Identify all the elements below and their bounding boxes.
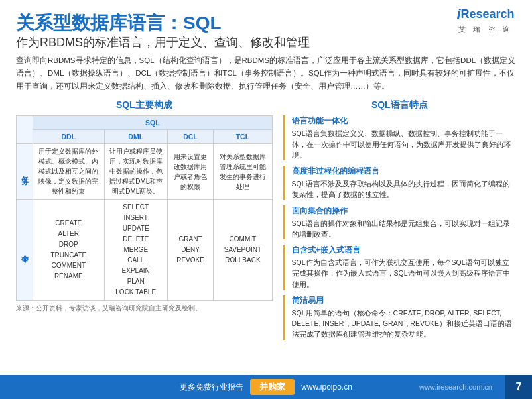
left-col-title: SQL主要构成 [16, 99, 273, 111]
source-note: 来源：公开资料，专家访谈，艾瑞咨询研究院自主研究及绘制。 [16, 304, 273, 313]
feature-item-0: 语言功能一体化SQL语言集数据定义义、数据操纵、数据控制、事务控制功能于一体，在… [283, 115, 516, 160]
task-dml: 让用户或程序员使用，实现对数据库中数据的操作，包括过程式DML和声明式DML两类… [104, 144, 167, 200]
subtitle: 作为RBDMS的标准语言，用于定义、查询、修改和管理 [16, 34, 516, 50]
left-col: SQL主要构成 SQL DDL DML DCL TCL [16, 99, 273, 345]
two-col-section: SQL主要构成 SQL DDL DML DCL TCL [16, 99, 516, 345]
task-tcl: 对关系型数据库管理系统里可能发生的事务进行处理 [214, 144, 272, 200]
footer-bar: 更多免费行业报告 并购家 www.ipoipo.cn www.iresearch… [0, 375, 532, 399]
footer-website: www.ipoipo.cn [301, 382, 352, 392]
feature-list: 语言功能一体化SQL语言集数据定义义、数据操纵、数据控制、事务控制功能于一体，在… [283, 115, 516, 339]
feature-item-1: 高度非过程化的编程语言SQL语言不涉及及存取结构以及具体的执行过程，因而简化了编… [283, 166, 516, 200]
main-title: 关系型数据库语言：SQL [16, 12, 516, 34]
cmd-dml: SELECT INSERT UPDATE DELETE MERGE CALL E… [104, 200, 167, 301]
feature-title-1: 高度非过程化的编程语言 [292, 166, 516, 177]
col-tcl: TCL [214, 130, 272, 144]
command-label: 命令 [17, 200, 33, 301]
footer-free-text: 更多免费行业报告 [180, 382, 243, 393]
cmd-ddl: CREATE ALTER DROP TRUNCATE COMMENT RENAM… [33, 200, 105, 301]
feature-desc-0: SQL语言集数据定义义、数据操纵、数据控制、事务控制功能于一体，在一次操作中可以… [292, 128, 516, 160]
right-col: SQL语言特点 语言功能一体化SQL语言集数据定义义、数据操纵、数据控制、事务控… [283, 99, 516, 345]
page-number: 7 [505, 375, 532, 399]
footer-btn[interactable]: 并购家 [250, 379, 295, 395]
title-section: 关系型数据库语言：SQL 作为RBDMS的标准语言，用于定义、查询、修改和管理 [16, 12, 516, 50]
task-dcl: 用来设置更改数据库用户或者角色的权限 [167, 144, 213, 200]
task-ddl: 用于定义数据库的外模式、概念模式、内模式以及相互之间的映像，定义数据的完整性和约… [33, 144, 105, 200]
col-dcl: DCL [167, 130, 213, 144]
feature-title-2: 面向集合的操作 [292, 205, 516, 217]
footer-right-url: www.iresearch.com.cn [419, 383, 492, 391]
cmd-tcl: COMMIT SAVEPOINT ROLLBACK [214, 200, 272, 301]
task-label: 任务 [17, 144, 33, 200]
feature-desc-2: SQL语言的操作对象和输出结果都是元组集合，可以实现对一组记录的增删改查。 [292, 218, 516, 240]
type-header [17, 116, 33, 144]
feature-item-4: 简洁易用SQL用简单的语句（核心命令：CREATE, DROP, ALTER, … [283, 295, 516, 340]
feature-desc-4: SQL用简单的语句（核心命令：CREATE, DROP, ALTER, SELE… [292, 308, 516, 340]
col-dml: DML [104, 130, 167, 144]
sql-span-header: SQL [33, 116, 273, 130]
feature-item-2: 面向集合的操作SQL语言的操作对象和输出结果都是元组集合，可以实现对一组记录的增… [283, 205, 516, 240]
feature-item-3: 自含式+嵌入式语言SQL作为自含式语言，可作为联机交互使用，每个SQL语句可以独… [283, 245, 516, 290]
feature-title-0: 语言功能一体化 [292, 115, 516, 127]
description: 查询即向RBDMS寻求特定的信息，SQL（结构化查询语言），是RBDMS的标准语… [16, 54, 516, 93]
feature-desc-3: SQL作为自含式语言，可作为联机交互使用，每个SQL语句可以独立完成其操作；作为… [292, 257, 516, 290]
task-row: 任务 用于定义数据库的外模式、概念模式、内模式以及相互之间的映像，定义数据的完整… [17, 144, 273, 200]
feature-title-3: 自含式+嵌入式语言 [292, 245, 516, 256]
main-content: 关系型数据库语言：SQL 作为RBDMS的标准语言，用于定义、查询、修改和管理 … [0, 0, 532, 356]
feature-title-4: 简洁易用 [292, 295, 516, 306]
cmd-dcl: GRANT DENY REVOKE [167, 200, 213, 301]
sql-table: SQL DDL DML DCL TCL 任务 用于定义数据库的外模式、概念模式、… [16, 115, 273, 301]
feature-desc-1: SQL语言不涉及及存取结构以及具体的执行过程，因而简化了编程的复杂性，提高了数据… [292, 178, 516, 200]
col-ddl: DDL [33, 130, 105, 144]
command-row: 命令 CREATE ALTER DROP TRUNCATE COMMENT RE… [17, 200, 273, 301]
right-col-title: SQL语言特点 [283, 99, 516, 111]
